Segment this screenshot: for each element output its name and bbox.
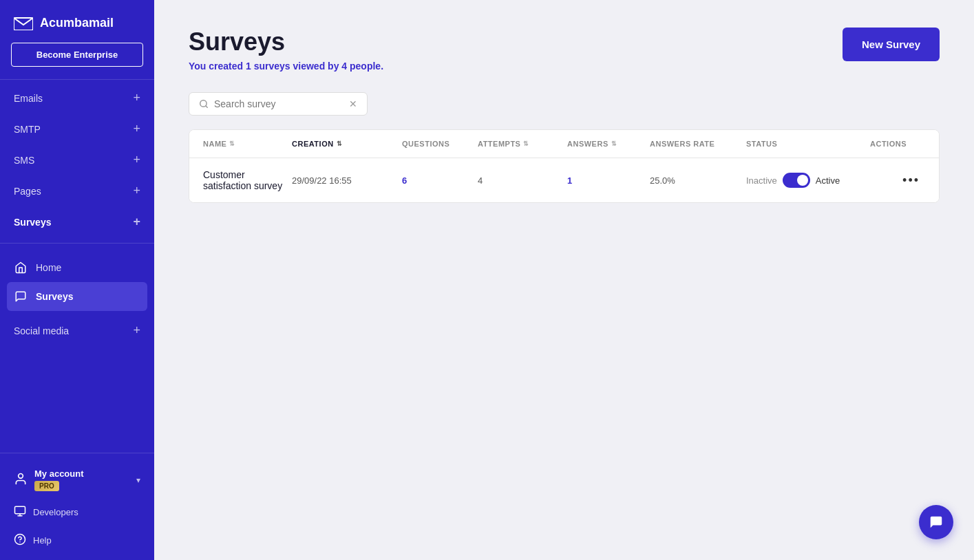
sort-icon: ⇅ — [337, 140, 343, 147]
search-input[interactable] — [214, 98, 343, 109]
sort-icon: ⇅ — [229, 140, 235, 147]
plus-icon: + — [133, 215, 140, 229]
help-icon — [14, 533, 26, 548]
sidebar: Acumbamail Become Enterprise Emails + SM… — [0, 0, 154, 560]
chat-bubble-button[interactable] — [919, 505, 953, 539]
plus-icon: + — [133, 323, 140, 338]
surveys-table: NAME ⇅ CREATION ⇅ QUESTIONS ATTEMPTS ⇅ A… — [189, 129, 940, 203]
surveys-icon — [14, 290, 28, 303]
sidebar-bottom: My account PRO ▾ Developers — [0, 453, 154, 560]
status-active-label: Active — [816, 175, 840, 186]
account-icon — [14, 472, 28, 488]
status-inactive-label: Inactive — [746, 175, 777, 186]
sort-icon: ⇅ — [611, 140, 617, 147]
header-left: Surveys You created 1 surveys viewed by … — [189, 28, 383, 72]
sidebar-item-help[interactable]: Help — [0, 526, 154, 554]
sort-icon: ⇅ — [523, 140, 529, 147]
plus-icon: + — [133, 184, 140, 198]
cell-actions: ••• — [870, 171, 925, 191]
col-name: NAME ⇅ — [203, 140, 292, 148]
sidebar-item-surveys[interactable]: Surveys + — [0, 206, 154, 237]
sidebar-nav: Emails + SMTP + SMS + Pages + Surveys + — [0, 83, 154, 237]
search-icon — [199, 99, 209, 109]
new-survey-button[interactable]: New Survey — [843, 28, 940, 61]
page-title: Surveys — [189, 28, 383, 56]
page-header: Surveys You created 1 surveys viewed by … — [189, 28, 940, 72]
sidebar-item-home[interactable]: Home — [0, 253, 154, 282]
sidebar-item-pages[interactable]: Pages + — [0, 175, 154, 206]
svg-point-1 — [19, 473, 23, 478]
cell-answers-rate: 25.0% — [650, 175, 746, 186]
sidebar-item-developers[interactable]: Developers — [0, 498, 154, 526]
main-content: Surveys You created 1 surveys viewed by … — [154, 0, 974, 560]
cell-survey-name: Customer satisfaction survey — [203, 169, 292, 191]
cell-status: Inactive Active — [746, 173, 870, 188]
sidebar-item-emails[interactable]: Emails + — [0, 83, 154, 114]
plus-icon: + — [133, 91, 140, 105]
sidebar-item-surveys-icon[interactable]: Surveys — [7, 282, 147, 311]
actions-menu-button[interactable]: ••• — [897, 171, 925, 191]
app-logo: Acumbamail — [0, 0, 154, 43]
logo-icon — [14, 15, 33, 30]
sidebar-item-social-media[interactable]: Social media + — [0, 315, 154, 346]
clear-icon[interactable]: ✕ — [349, 98, 357, 109]
toggle-slider — [783, 173, 810, 188]
col-status: STATUS — [746, 140, 870, 148]
table-row: Customer satisfaction survey 29/09/22 16… — [189, 158, 939, 202]
app-name: Acumbamail — [40, 16, 114, 30]
col-actions: ACTIONS — [870, 140, 925, 148]
chat-icon — [929, 515, 944, 530]
search-bar-wrapper: ✕ — [189, 92, 940, 116]
cell-questions: 6 — [402, 175, 478, 186]
col-answers: ANSWERS ⇅ — [567, 140, 650, 148]
col-questions: QUESTIONS — [402, 140, 478, 148]
subtitle: You created 1 surveys viewed by 4 people… — [189, 61, 383, 72]
my-account-info: My account PRO — [34, 469, 136, 491]
plus-icon: + — [133, 153, 140, 167]
my-account-item[interactable]: My account PRO ▾ — [0, 462, 154, 498]
cell-answers: 1 — [567, 175, 650, 186]
sidebar-icon-nav: Home Surveys — [0, 249, 154, 315]
status-toggle[interactable] — [783, 173, 810, 188]
developers-icon — [14, 505, 26, 519]
cell-creation-date: 29/09/22 16:55 — [292, 175, 402, 186]
col-attempts: ATTEMPTS ⇅ — [478, 140, 567, 148]
sidebar-item-sms[interactable]: SMS + — [0, 144, 154, 175]
sidebar-item-smtp[interactable]: SMTP + — [0, 114, 154, 144]
svg-rect-2 — [15, 506, 25, 514]
plus-icon: + — [133, 122, 140, 136]
cell-attempts: 4 — [478, 175, 567, 186]
chevron-down-icon: ▾ — [136, 475, 140, 485]
home-icon — [14, 261, 28, 274]
col-answers-rate: ANSWERS RATE — [650, 140, 746, 148]
col-creation: CREATION ⇅ — [292, 140, 402, 148]
table-header: NAME ⇅ CREATION ⇅ QUESTIONS ATTEMPTS ⇅ A… — [189, 130, 939, 158]
enterprise-button[interactable]: Become Enterprise — [11, 43, 143, 67]
search-bar: ✕ — [189, 92, 368, 116]
svg-line-8 — [206, 106, 208, 108]
